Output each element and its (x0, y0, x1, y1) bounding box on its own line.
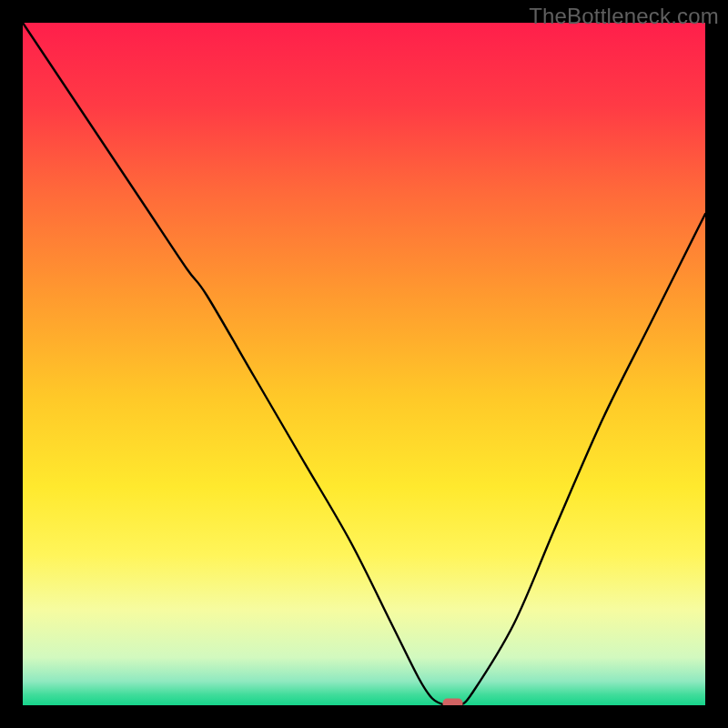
chart-frame: TheBottleneck.com (0, 0, 728, 728)
plot-area (23, 23, 705, 705)
gradient-background (23, 23, 705, 705)
watermark-text: TheBottleneck.com (529, 4, 719, 29)
minimum-marker (443, 699, 463, 706)
chart-svg (23, 23, 705, 705)
